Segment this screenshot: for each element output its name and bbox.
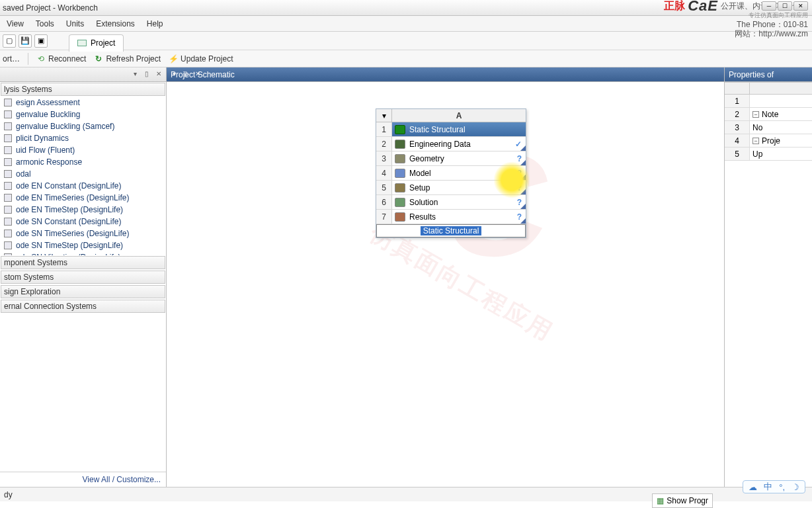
- row-number: 5: [376, 181, 392, 194]
- main-area: ▾ ▯ ✕ lysis Systems esign Assessmentgenv…: [0, 67, 812, 487]
- toolbox-item-label: genvalue Buckling: [16, 110, 80, 119]
- dropdown-icon[interactable]: ▾: [130, 70, 140, 79]
- toolbox-item[interactable]: genvalue Buckling (Samcef): [0, 120, 166, 132]
- export-icon[interactable]: ▣: [34, 34, 48, 48]
- menu-help[interactable]: Help: [147, 19, 163, 28]
- system-cell-engineering-data[interactable]: 2Engineering Data✓: [376, 137, 526, 151]
- reconnect-button[interactable]: ⟲ Reconnect: [36, 54, 86, 64]
- toolbox-item-label: ode EN Constant (DesignLife): [16, 181, 121, 190]
- system-menu-icon[interactable]: ▾: [376, 109, 392, 122]
- toolbox-item[interactable]: odal: [0, 168, 166, 180]
- refresh-project-button[interactable]: ↻ Refresh Project: [94, 54, 161, 64]
- prop-row-label: No: [750, 121, 812, 134]
- close-button[interactable]: ✕: [793, 1, 808, 11]
- cell-label: Engineering Data: [409, 140, 471, 149]
- system-cell-solution[interactable]: 6Solution?: [376, 195, 526, 210]
- system-icon: [4, 253, 12, 255]
- cell-icon: [395, 169, 405, 178]
- group-design-exploration[interactable]: sign Exploration: [1, 285, 165, 298]
- toolbox-item[interactable]: armonic Response: [0, 156, 166, 168]
- brand-cae: CaE: [688, 1, 718, 11]
- pin-icon[interactable]: ▯: [142, 70, 151, 79]
- system-icon: [4, 194, 12, 202]
- toolbox-item[interactable]: ode EN Constant (DesignLife): [0, 180, 166, 192]
- update-icon: ⚡: [169, 54, 178, 64]
- cell-icon: [395, 140, 405, 149]
- toolbox-item[interactable]: ode SN TimeStep (DesignLife): [0, 239, 166, 251]
- tab-project[interactable]: Project: [69, 34, 124, 52]
- show-progress-button[interactable]: ▦ Show Progr: [652, 493, 713, 508]
- property-row[interactable]: 1: [725, 95, 812, 108]
- cell-label: Model: [409, 169, 431, 178]
- system-cell-geometry[interactable]: 3Geometry?: [376, 151, 526, 166]
- minimize-button[interactable]: ─: [762, 1, 776, 11]
- group-analysis-systems[interactable]: lysis Systems: [1, 83, 165, 96]
- row-number: 4: [376, 166, 392, 180]
- schematic-canvas[interactable]: C 仿真面向工程应用 ▾ A 1Static Structural2Engine…: [167, 82, 724, 487]
- corner-icon: [520, 146, 526, 151]
- toolbox-item[interactable]: genvalue Buckling: [0, 108, 166, 120]
- maximize-button[interactable]: ☐: [778, 1, 792, 11]
- expander-icon[interactable]: −: [752, 111, 759, 118]
- analysis-systems-list: esign Assessmentgenvalue Bucklinggenvalu…: [0, 97, 166, 255]
- system-icon: [4, 99, 12, 106]
- column-a-label: A: [392, 109, 526, 122]
- toolbox-item[interactable]: uid Flow (Fluent): [0, 144, 166, 156]
- corner-icon: [520, 175, 526, 180]
- menu-tools[interactable]: Tools: [36, 19, 54, 28]
- update-project-button[interactable]: ⚡ Update Project: [169, 54, 233, 64]
- view-all-link[interactable]: View All / Customize...: [0, 472, 166, 487]
- system-a-block[interactable]: ▾ A 1Static Structural2Engineering Data✓…: [376, 108, 526, 238]
- new-icon[interactable]: ▢: [3, 34, 16, 48]
- expander-icon[interactable]: −: [752, 138, 759, 144]
- system-cell-setup[interactable]: 5Setup?: [376, 181, 526, 195]
- system-icon: [4, 110, 12, 118]
- toolbox-item[interactable]: plicit Dynamics: [0, 132, 166, 144]
- prop-row-num: 1: [725, 95, 750, 107]
- system-icon: [4, 170, 12, 178]
- menu-units[interactable]: Units: [66, 19, 84, 28]
- cell-label: Geometry: [409, 154, 444, 163]
- ime-punct[interactable]: °,: [779, 482, 785, 492]
- toolbox-item[interactable]: ode SN Vibration (DesignLife): [0, 251, 166, 255]
- ime-bar[interactable]: ☁ 中 °, ☽: [743, 480, 805, 493]
- toolbox-item[interactable]: ode EN TimeSeries (DesignLife): [0, 192, 166, 204]
- menu-view[interactable]: View: [7, 19, 24, 28]
- group-external-connection[interactable]: ernal Connection Systems: [1, 300, 165, 313]
- property-row[interactable]: 4−Proje: [725, 134, 812, 148]
- toolbox-item[interactable]: esign Assessment: [0, 97, 166, 108]
- system-column-header: ▾ A: [376, 109, 526, 122]
- system-icon: [4, 122, 12, 130]
- system-icon: [4, 146, 12, 154]
- system-icon: [4, 182, 12, 190]
- system-name-input[interactable]: Static Structural: [376, 224, 526, 237]
- import-button[interactable]: ort…: [3, 54, 20, 64]
- toolbox-item[interactable]: ode SN Constant (DesignLife): [0, 216, 166, 228]
- corner-icon: [520, 189, 526, 194]
- save-icon[interactable]: 💾: [19, 34, 32, 48]
- corner-icon: [520, 204, 526, 209]
- ime-cloud-icon[interactable]: ☁: [749, 482, 757, 492]
- row-number: 7: [376, 210, 392, 224]
- property-row[interactable]: 2−Note: [725, 108, 812, 121]
- toolbox-item-label: ode SN TimeStep (DesignLife): [16, 241, 123, 250]
- prop-row-label: [750, 95, 812, 107]
- corner-icon: [520, 218, 526, 224]
- close-panel-icon[interactable]: ✕: [154, 70, 163, 79]
- cell-label: Static Structural: [409, 125, 466, 134]
- system-cell-results[interactable]: 7Results?: [376, 210, 526, 224]
- toolbox-item[interactable]: ode EN TimeStep (DesignLife): [0, 204, 166, 216]
- ime-moon-icon[interactable]: ☽: [792, 482, 799, 492]
- group-custom-systems[interactable]: stom Systems: [1, 271, 165, 284]
- system-cell-static-structural[interactable]: 1Static Structural: [376, 122, 526, 137]
- schematic-title: Project Schematic: [171, 70, 235, 79]
- property-row[interactable]: 5Up: [725, 148, 812, 161]
- toolbar-actions: ort… ⟲ Reconnect ↻ Refresh Project ⚡ Upd…: [0, 50, 812, 67]
- ime-lang[interactable]: 中: [764, 481, 772, 493]
- group-component-systems[interactable]: mponent Systems: [1, 256, 165, 269]
- toolbox-item[interactable]: ode SN TimeSeries (DesignLife): [0, 228, 166, 239]
- property-row[interactable]: 3No: [725, 121, 812, 134]
- system-cell-model[interactable]: 4Model?: [376, 166, 526, 181]
- prop-row-num: 2: [725, 108, 750, 120]
- menu-extensions[interactable]: Extensions: [96, 19, 135, 28]
